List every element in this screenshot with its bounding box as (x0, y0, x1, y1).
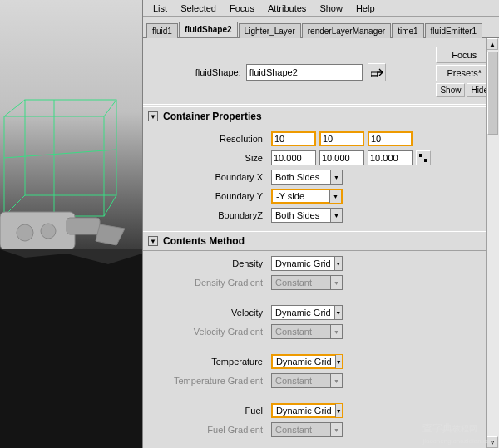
node-name-input[interactable] (246, 64, 363, 81)
scrollbar-thumb[interactable] (487, 52, 498, 135)
label-velocity-gradient: Velocity Gradient (151, 327, 268, 337)
boundary-y-select[interactable]: -Y side ▼ (271, 189, 343, 204)
label-boundary-y: Boundary Y (151, 191, 268, 201)
chevron-down-icon: ▼ (335, 404, 342, 417)
label-fuel-gradient: Fuel Gradient (151, 425, 268, 435)
menu-selected[interactable]: Selected (174, 2, 223, 15)
label-density-gradient: Density Gradient (151, 278, 268, 288)
temperature-gradient-select: Constant ▼ (271, 373, 343, 388)
svg-point-10 (41, 224, 56, 239)
svg-rect-8 (0, 212, 75, 249)
svg-rect-14 (371, 72, 378, 77)
section-title: Contents Method (163, 235, 245, 247)
chevron-down-icon: ▼ (148, 111, 158, 121)
chevron-down-icon: ▼ (330, 325, 342, 338)
chevron-down-icon: ▼ (334, 257, 342, 270)
tabs: fluid1 fluidShape2 Lighter_Layer renderL… (143, 17, 499, 38)
viewport-3d[interactable] (0, 0, 142, 448)
svg-rect-16 (424, 159, 427, 162)
resolution-x-input[interactable] (271, 131, 316, 146)
svg-line-3 (104, 100, 116, 116)
label-velocity: Velocity (151, 308, 268, 318)
tab-fluidshape2[interactable]: fluidShape2 (179, 22, 238, 37)
tab-fluid1[interactable]: fluid1 (146, 23, 178, 38)
label-temperature: Temperature (151, 357, 268, 367)
focus-button[interactable]: Focus (436, 47, 492, 63)
size-x-input[interactable] (271, 150, 316, 165)
menu-help[interactable]: Help (349, 2, 382, 15)
svg-line-7 (4, 150, 116, 158)
load-attributes-button[interactable] (368, 63, 386, 81)
keep-aspect-button[interactable] (416, 150, 431, 165)
presets-button[interactable]: Presets* (436, 65, 492, 81)
label-boundary-z: BoundaryZ (151, 210, 268, 220)
size-z-input[interactable] (368, 150, 413, 165)
svg-rect-15 (419, 154, 422, 157)
tab-fluidemitter1[interactable]: fluidEmitter1 (425, 23, 483, 38)
menu-show[interactable]: Show (313, 2, 349, 15)
chevron-down-icon: ▼ (330, 170, 342, 184)
divider (143, 104, 499, 105)
attribute-editor: List Selected Focus Attributes Show Help… (142, 0, 499, 448)
section-contents-method: ▼ Contents Method Density Dynamic Grid ▼… (143, 231, 499, 446)
section-title: Container Properties (163, 111, 262, 122)
fuel-gradient-select: Constant ▼ (271, 422, 343, 437)
menu-list[interactable]: List (146, 2, 174, 15)
resolution-y-input[interactable] (319, 131, 364, 146)
fuel-select[interactable]: Dynamic Grid ▼ (271, 403, 343, 418)
svg-marker-12 (96, 224, 125, 245)
scroll-up-arrow-icon[interactable]: ▲ (487, 38, 498, 50)
section-header-contents[interactable]: ▼ Contents Method (143, 231, 499, 251)
velocity-gradient-select: Constant ▼ (271, 324, 343, 339)
svg-rect-1 (25, 100, 116, 195)
svg-line-2 (4, 100, 25, 116)
tab-renderlayermanager[interactable]: renderLayerManager (302, 23, 391, 38)
scrollbar-vertical[interactable]: ▲ ▼ (486, 38, 499, 448)
menu-focus[interactable]: Focus (223, 2, 261, 15)
label-density: Density (151, 258, 268, 268)
chevron-down-icon: ▼ (330, 209, 342, 222)
chevron-down-icon: ▼ (330, 374, 342, 387)
resolution-z-input[interactable] (368, 131, 413, 146)
show-button[interactable]: Show (436, 83, 465, 97)
chevron-down-icon: ▼ (330, 276, 342, 289)
velocity-select[interactable]: Dynamic Grid ▼ (271, 305, 343, 320)
section-container-properties: ▼ Container Properties Resolution Size B… (143, 106, 499, 231)
chevron-down-icon: ▼ (329, 190, 341, 203)
label-fuel: Fuel (151, 406, 268, 416)
label-boundary-x: Boundary X (151, 172, 268, 182)
menu-attributes[interactable]: Attributes (261, 2, 313, 15)
density-gradient-select: Constant ▼ (271, 275, 343, 290)
svg-rect-13 (0, 249, 142, 448)
menubar: List Selected Focus Attributes Show Help (143, 0, 499, 17)
chevron-down-icon: ▼ (330, 423, 342, 436)
chevron-down-icon: ▼ (335, 355, 342, 368)
chevron-down-icon: ▼ (148, 236, 158, 246)
svg-point-9 (17, 224, 33, 241)
node-header: fluidShape: Focus Presets* Show Hide (143, 38, 499, 102)
node-type-label: fluidShape: (195, 67, 241, 77)
svg-line-5 (104, 195, 116, 216)
label-size: Size (151, 153, 268, 163)
chevron-down-icon: ▼ (334, 306, 342, 319)
temperature-select[interactable]: Dynamic Grid ▼ (271, 354, 343, 369)
boundary-z-select[interactable]: Both Sides ▼ (271, 208, 343, 223)
boundary-x-select[interactable]: Both Sides ▼ (271, 170, 343, 185)
svg-rect-11 (67, 218, 100, 234)
label-resolution: Resolution (151, 134, 268, 144)
tab-lighter-layer[interactable]: Lighter_Layer (239, 23, 301, 38)
tab-time1[interactable]: time1 (392, 23, 423, 38)
size-y-input[interactable] (319, 150, 364, 165)
density-select[interactable]: Dynamic Grid ▼ (271, 256, 343, 271)
section-header-container[interactable]: ▼ Container Properties (143, 106, 499, 126)
scroll-down-arrow-icon[interactable]: ▼ (487, 436, 498, 448)
label-temperature-gradient: Temperature Gradient (151, 376, 268, 386)
